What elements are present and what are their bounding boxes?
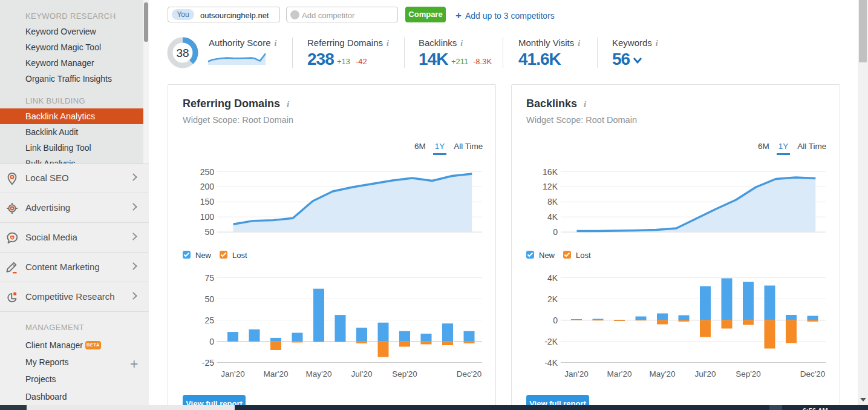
svg-text:Mar'20: Mar'20 bbox=[607, 369, 632, 379]
svg-text:0: 0 bbox=[209, 337, 214, 346]
svg-text:250: 250 bbox=[200, 167, 215, 177]
svg-text:-4K: -4K bbox=[544, 358, 558, 368]
svg-text:Jan'20: Jan'20 bbox=[564, 369, 588, 379]
svg-text:4K: 4K bbox=[547, 212, 558, 222]
svg-text:12K: 12K bbox=[543, 182, 558, 191]
svg-text:May'20: May'20 bbox=[305, 369, 331, 379]
svg-text:Dec'20: Dec'20 bbox=[457, 369, 482, 379]
svg-text:200: 200 bbox=[200, 182, 215, 191]
svg-text:-25: -25 bbox=[202, 358, 214, 368]
svg-text:38: 38 bbox=[176, 47, 189, 59]
svg-text:Jul'20: Jul'20 bbox=[351, 369, 373, 379]
svg-text:16K: 16K bbox=[543, 167, 558, 177]
svg-text:8K: 8K bbox=[547, 197, 558, 207]
svg-text:50: 50 bbox=[204, 227, 214, 237]
svg-text:-2K: -2K bbox=[544, 337, 558, 346]
svg-text:Jan'20: Jan'20 bbox=[221, 369, 244, 379]
svg-text:Mar'20: Mar'20 bbox=[264, 369, 289, 379]
svg-text:May'20: May'20 bbox=[649, 369, 675, 379]
svg-text:150: 150 bbox=[200, 197, 215, 207]
svg-text:2K: 2K bbox=[547, 294, 558, 304]
svg-text:0: 0 bbox=[553, 227, 558, 237]
svg-text:25: 25 bbox=[204, 316, 214, 325]
svg-text:Jul'20: Jul'20 bbox=[695, 369, 716, 379]
svg-text:75: 75 bbox=[204, 273, 214, 283]
svg-text:100: 100 bbox=[200, 212, 215, 222]
svg-text:0: 0 bbox=[553, 316, 558, 325]
svg-text:50: 50 bbox=[204, 294, 214, 304]
svg-text:Dec'20: Dec'20 bbox=[800, 369, 826, 379]
svg-text:Sep'20: Sep'20 bbox=[392, 369, 417, 379]
svg-text:4K: 4K bbox=[547, 273, 558, 283]
svg-text:Sep'20: Sep'20 bbox=[736, 369, 761, 379]
